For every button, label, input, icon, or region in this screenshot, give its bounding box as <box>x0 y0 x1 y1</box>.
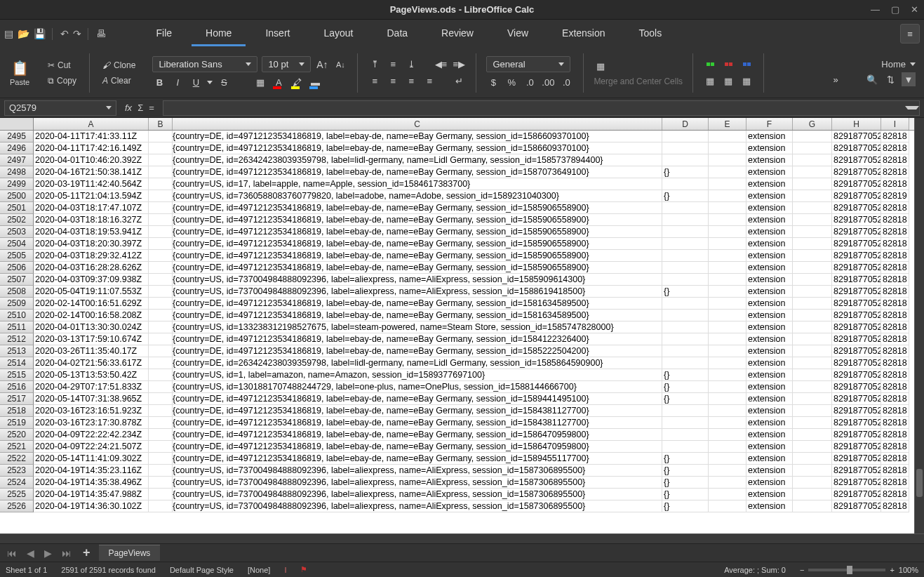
cell[interactable]: extension <box>746 214 793 226</box>
increase-decimal-icon[interactable]: .00 <box>541 75 555 89</box>
cell[interactable] <box>662 345 709 357</box>
cell[interactable] <box>793 202 832 214</box>
row-header[interactable]: 2503 <box>0 226 34 238</box>
row-header[interactable]: 2522 <box>0 453 34 465</box>
delete-cells-icon[interactable]: ▦ <box>739 74 754 88</box>
cell[interactable]: 82918770524 <box>832 190 881 202</box>
background-color-icon[interactable]: ▬ <box>308 75 322 89</box>
cell[interactable]: extension <box>746 142 793 154</box>
cell[interactable] <box>662 250 709 262</box>
tab-data[interactable]: Data <box>373 22 422 46</box>
cell[interactable]: 82918770524 <box>832 417 881 429</box>
cell[interactable] <box>709 345 746 357</box>
cell[interactable]: 82818 <box>881 357 909 369</box>
wrap-text-icon[interactable]: ↵ <box>452 74 466 88</box>
function-wizard-icon[interactable]: fx <box>125 102 132 113</box>
cell[interactable] <box>793 477 832 489</box>
cell[interactable] <box>709 500 746 512</box>
tab-layout[interactable]: Layout <box>309 22 367 46</box>
cell[interactable]: {country=DE, id=49712123534186819, label… <box>149 214 662 226</box>
cell[interactable]: {country=DE, id=263424238039359798, labe… <box>149 154 662 166</box>
cell[interactable]: {country=DE, id=49712123534186819, label… <box>149 250 662 262</box>
cell[interactable]: 82818 <box>881 477 909 489</box>
row-header[interactable]: 2495 <box>0 131 34 142</box>
cell[interactable]: 2020-05-04T19:11:07.553Z <box>34 286 149 298</box>
cell[interactable] <box>793 381 832 393</box>
cell[interactable] <box>709 190 746 202</box>
table-row[interactable]: 25012020-04-03T18:17:47.107Z{country=DE,… <box>0 202 914 214</box>
cell[interactable]: 82818 <box>881 166 909 178</box>
first-sheet-icon[interactable]: ⏮ <box>4 546 20 560</box>
cell[interactable]: {country=DE, id=49712123534186819, label… <box>149 333 662 345</box>
cell[interactable]: {country=US, id=737004984888092396, labe… <box>149 286 662 298</box>
table-row[interactable]: 25212020-04-09T22:24:21.507Z{country=DE,… <box>0 441 914 453</box>
cell[interactable]: 2020-04-19T14:36:30.102Z <box>34 500 149 512</box>
table-row[interactable]: 25152020-05-13T13:53:50.42Z{country=US, … <box>0 369 914 381</box>
zoom-slider[interactable] <box>808 569 885 571</box>
row-header[interactable]: 2509 <box>0 298 34 310</box>
delete-rows-icon[interactable] <box>739 58 754 72</box>
status-page-style[interactable]: Default Page Style <box>170 566 234 574</box>
cell[interactable] <box>709 298 746 310</box>
table-row[interactable]: 25182020-03-16T23:16:51.923Z{country=DE,… <box>0 405 914 417</box>
cell[interactable]: 82918770524 <box>832 489 881 500</box>
cell[interactable]: extension <box>746 441 793 453</box>
row-header[interactable]: 2499 <box>0 178 34 190</box>
cell[interactable]: 2020-03-16T23:17:30.878Z <box>34 417 149 429</box>
table-row[interactable]: 25222020-05-14T11:41:09.302Z{country=DE,… <box>0 453 914 465</box>
table-row[interactable]: 24992020-03-19T11:42:40.564Z{country=US,… <box>0 178 914 190</box>
cell[interactable] <box>662 441 709 453</box>
context-dropdown-icon[interactable] <box>910 62 916 66</box>
row-header[interactable]: 2508 <box>0 286 34 298</box>
font-color-icon[interactable]: A <box>272 75 286 89</box>
cell[interactable]: {} <box>662 500 709 512</box>
tab-insert[interactable]: Insert <box>251 22 304 46</box>
col-header-G[interactable]: G <box>793 118 832 130</box>
cell[interactable] <box>793 131 832 142</box>
number-format-select[interactable]: General <box>486 56 570 72</box>
cell[interactable]: 82918770524 <box>832 238 881 250</box>
tab-home[interactable]: Home <box>192 22 246 46</box>
cell[interactable]: extension <box>746 417 793 429</box>
cell[interactable]: extension <box>746 166 793 178</box>
cell[interactable]: 2020-04-19T14:35:47.988Z <box>34 489 149 500</box>
cell[interactable] <box>793 142 832 154</box>
cell[interactable]: {country=US, id=17, label=apple, name=Ap… <box>149 178 662 190</box>
cell[interactable]: extension <box>746 321 793 333</box>
cell[interactable]: {country=US, id=133238312198527675, labe… <box>149 321 662 333</box>
cell[interactable]: {} <box>662 286 709 298</box>
cell[interactable]: 82818 <box>881 142 909 154</box>
cell[interactable] <box>793 166 832 178</box>
cell[interactable]: 82818 <box>881 202 909 214</box>
qat-open-icon[interactable]: 📂 <box>18 28 29 39</box>
cell[interactable]: 82818 <box>881 250 909 262</box>
cell[interactable]: 82818 <box>881 262 909 274</box>
cell[interactable]: 82918770524 <box>832 477 881 489</box>
table-row[interactable]: 25082020-05-04T19:11:07.553Z{country=US,… <box>0 286 914 298</box>
cell[interactable]: 2020-04-03T18:18:16.327Z <box>34 214 149 226</box>
cell[interactable] <box>709 274 746 286</box>
cell[interactable]: 2020-04-09T22:24:21.507Z <box>34 441 149 453</box>
spreadsheet-grid[interactable]: ABCDEFGHI 24952020-04-11T17:41:33.11Z{co… <box>0 118 914 533</box>
copy-button[interactable]: ⧉Copy <box>45 74 79 87</box>
cell[interactable]: 82818 <box>881 321 909 333</box>
tab-extension[interactable]: Extension <box>548 22 619 46</box>
row-header[interactable]: 2513 <box>0 345 34 357</box>
cell[interactable]: extension <box>746 381 793 393</box>
cell[interactable] <box>793 429 832 441</box>
cell[interactable]: extension <box>746 274 793 286</box>
cell[interactable]: 82918770524 <box>832 310 881 321</box>
cell[interactable]: {country=DE, id=49712123534186819, label… <box>149 345 662 357</box>
cell[interactable]: 82918770524 <box>832 357 881 369</box>
cell[interactable]: 82918770524 <box>832 142 881 154</box>
cell[interactable]: 82918770524 <box>832 321 881 333</box>
cell[interactable] <box>662 405 709 417</box>
cell[interactable] <box>793 274 832 286</box>
cell[interactable]: extension <box>746 453 793 465</box>
cell[interactable]: extension <box>746 286 793 298</box>
cell[interactable]: 82818 <box>881 226 909 238</box>
cell[interactable]: 82818 <box>881 131 909 142</box>
cell[interactable]: {country=US, id=1301881707488244729, lab… <box>149 381 662 393</box>
cell[interactable]: extension <box>746 393 793 405</box>
find-icon[interactable]: 🔍 <box>865 72 879 86</box>
